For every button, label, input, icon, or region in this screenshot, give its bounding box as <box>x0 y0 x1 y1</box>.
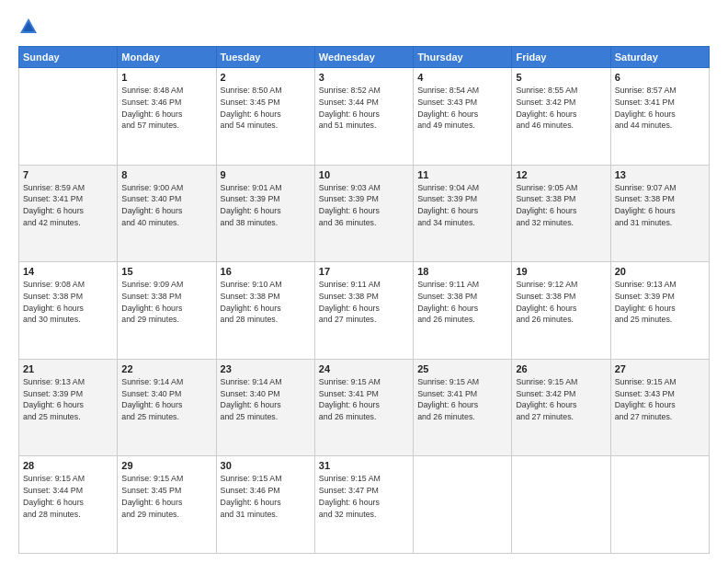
day-number: 18 <box>417 266 507 277</box>
calendar-cell: 13Sunrise: 9:07 AM Sunset: 3:38 PM Dayli… <box>610 165 709 262</box>
calendar-cell: 17Sunrise: 9:11 AM Sunset: 3:38 PM Dayli… <box>314 262 413 360</box>
day-info: Sunrise: 9:15 AM Sunset: 3:42 PM Dayligh… <box>516 376 606 423</box>
day-info: Sunrise: 8:54 AM Sunset: 3:43 PM Dayligh… <box>417 85 507 132</box>
day-number: 21 <box>23 363 113 374</box>
calendar-cell <box>512 456 610 554</box>
day-number: 19 <box>516 266 606 277</box>
calendar-header-friday: Friday <box>512 47 610 68</box>
day-number: 28 <box>23 460 113 471</box>
day-info: Sunrise: 9:15 AM Sunset: 3:43 PM Dayligh… <box>615 376 705 423</box>
day-info: Sunrise: 8:55 AM Sunset: 3:42 PM Dayligh… <box>516 85 606 132</box>
day-number: 2 <box>221 72 311 83</box>
calendar-cell: 2Sunrise: 8:50 AM Sunset: 3:45 PM Daylig… <box>216 68 314 166</box>
calendar-cell: 14Sunrise: 9:08 AM Sunset: 3:38 PM Dayli… <box>19 262 118 360</box>
day-info: Sunrise: 8:59 AM Sunset: 3:41 PM Dayligh… <box>23 182 113 229</box>
day-info: Sunrise: 9:12 AM Sunset: 3:38 PM Dayligh… <box>516 279 606 326</box>
day-number: 25 <box>417 363 507 374</box>
day-info: Sunrise: 9:13 AM Sunset: 3:39 PM Dayligh… <box>23 376 113 423</box>
calendar-cell: 10Sunrise: 9:03 AM Sunset: 3:39 PM Dayli… <box>314 165 413 262</box>
calendar-cell: 31Sunrise: 9:15 AM Sunset: 3:47 PM Dayli… <box>314 456 413 554</box>
calendar-header-thursday: Thursday <box>414 47 512 68</box>
calendar-cell: 11Sunrise: 9:04 AM Sunset: 3:39 PM Dayli… <box>414 165 512 262</box>
calendar-cell: 3Sunrise: 8:52 AM Sunset: 3:44 PM Daylig… <box>314 68 413 166</box>
calendar-cell: 4Sunrise: 8:54 AM Sunset: 3:43 PM Daylig… <box>414 68 512 166</box>
day-info: Sunrise: 9:14 AM Sunset: 3:40 PM Dayligh… <box>121 376 211 423</box>
calendar-cell: 1Sunrise: 8:48 AM Sunset: 3:46 PM Daylig… <box>118 68 216 166</box>
calendar-header-tuesday: Tuesday <box>216 47 314 68</box>
day-info: Sunrise: 9:11 AM Sunset: 3:38 PM Dayligh… <box>319 279 409 326</box>
logo-icon <box>18 17 39 37</box>
day-info: Sunrise: 8:48 AM Sunset: 3:46 PM Dayligh… <box>121 85 211 132</box>
day-info: Sunrise: 9:01 AM Sunset: 3:39 PM Dayligh… <box>221 182 311 229</box>
day-number: 6 <box>615 72 705 83</box>
calendar-cell: 29Sunrise: 9:15 AM Sunset: 3:45 PM Dayli… <box>118 456 216 554</box>
day-info: Sunrise: 9:13 AM Sunset: 3:39 PM Dayligh… <box>615 279 705 326</box>
calendar-week-row: 21Sunrise: 9:13 AM Sunset: 3:39 PM Dayli… <box>19 359 710 456</box>
day-number: 20 <box>615 266 705 277</box>
day-info: Sunrise: 9:03 AM Sunset: 3:39 PM Dayligh… <box>319 182 409 229</box>
calendar-cell <box>414 456 512 554</box>
calendar-header-wednesday: Wednesday <box>314 47 413 68</box>
calendar-table: SundayMondayTuesdayWednesdayThursdayFrid… <box>18 46 710 554</box>
day-number: 8 <box>121 169 211 180</box>
day-number: 17 <box>319 266 409 277</box>
calendar-cell: 8Sunrise: 9:00 AM Sunset: 3:40 PM Daylig… <box>118 165 216 262</box>
day-info: Sunrise: 9:15 AM Sunset: 3:44 PM Dayligh… <box>23 473 113 520</box>
day-info: Sunrise: 9:04 AM Sunset: 3:39 PM Dayligh… <box>417 182 507 229</box>
page: SundayMondayTuesdayWednesdayThursdayFrid… <box>0 0 728 563</box>
day-number: 13 <box>615 169 705 180</box>
day-number: 31 <box>319 460 409 471</box>
day-info: Sunrise: 9:10 AM Sunset: 3:38 PM Dayligh… <box>221 279 311 326</box>
calendar-cell <box>610 456 709 554</box>
day-info: Sunrise: 9:00 AM Sunset: 3:40 PM Dayligh… <box>121 182 211 229</box>
calendar-week-row: 1Sunrise: 8:48 AM Sunset: 3:46 PM Daylig… <box>19 68 710 166</box>
calendar-cell: 26Sunrise: 9:15 AM Sunset: 3:42 PM Dayli… <box>512 359 610 456</box>
day-info: Sunrise: 9:15 AM Sunset: 3:41 PM Dayligh… <box>319 376 409 423</box>
calendar-cell: 12Sunrise: 9:05 AM Sunset: 3:38 PM Dayli… <box>512 165 610 262</box>
day-number: 7 <box>23 169 113 180</box>
day-info: Sunrise: 8:52 AM Sunset: 3:44 PM Dayligh… <box>319 85 409 132</box>
day-number: 30 <box>221 460 311 471</box>
calendar-header-monday: Monday <box>118 47 216 68</box>
day-info: Sunrise: 8:50 AM Sunset: 3:45 PM Dayligh… <box>221 85 311 132</box>
calendar-cell: 18Sunrise: 9:11 AM Sunset: 3:38 PM Dayli… <box>414 262 512 360</box>
day-info: Sunrise: 9:15 AM Sunset: 3:46 PM Dayligh… <box>221 473 311 520</box>
calendar-cell: 15Sunrise: 9:09 AM Sunset: 3:38 PM Dayli… <box>118 262 216 360</box>
calendar-week-row: 14Sunrise: 9:08 AM Sunset: 3:38 PM Dayli… <box>19 262 710 360</box>
calendar-cell: 7Sunrise: 8:59 AM Sunset: 3:41 PM Daylig… <box>19 165 118 262</box>
calendar-cell: 23Sunrise: 9:14 AM Sunset: 3:40 PM Dayli… <box>216 359 314 456</box>
day-number: 16 <box>221 266 311 277</box>
calendar-header-row: SundayMondayTuesdayWednesdayThursdayFrid… <box>19 47 710 68</box>
day-number: 10 <box>319 169 409 180</box>
calendar-cell: 20Sunrise: 9:13 AM Sunset: 3:39 PM Dayli… <box>610 262 709 360</box>
calendar-cell: 5Sunrise: 8:55 AM Sunset: 3:42 PM Daylig… <box>512 68 610 166</box>
calendar-cell: 9Sunrise: 9:01 AM Sunset: 3:39 PM Daylig… <box>216 165 314 262</box>
day-info: Sunrise: 9:08 AM Sunset: 3:38 PM Dayligh… <box>23 279 113 326</box>
calendar-cell: 6Sunrise: 8:57 AM Sunset: 3:41 PM Daylig… <box>610 68 709 166</box>
calendar-cell: 24Sunrise: 9:15 AM Sunset: 3:41 PM Dayli… <box>314 359 413 456</box>
calendar-week-row: 7Sunrise: 8:59 AM Sunset: 3:41 PM Daylig… <box>19 165 710 262</box>
day-number: 5 <box>516 72 606 83</box>
calendar-week-row: 28Sunrise: 9:15 AM Sunset: 3:44 PM Dayli… <box>19 456 710 554</box>
day-number: 29 <box>121 460 211 471</box>
logo <box>18 17 41 37</box>
day-number: 15 <box>121 266 211 277</box>
day-number: 22 <box>121 363 211 374</box>
calendar-cell: 25Sunrise: 9:15 AM Sunset: 3:41 PM Dayli… <box>414 359 512 456</box>
header <box>18 17 710 37</box>
calendar-header-saturday: Saturday <box>610 47 709 68</box>
day-number: 27 <box>615 363 705 374</box>
day-number: 24 <box>319 363 409 374</box>
calendar-cell: 30Sunrise: 9:15 AM Sunset: 3:46 PM Dayli… <box>216 456 314 554</box>
day-info: Sunrise: 9:15 AM Sunset: 3:47 PM Dayligh… <box>319 473 409 520</box>
calendar-cell: 21Sunrise: 9:13 AM Sunset: 3:39 PM Dayli… <box>19 359 118 456</box>
day-number: 4 <box>417 72 507 83</box>
calendar-cell: 27Sunrise: 9:15 AM Sunset: 3:43 PM Dayli… <box>610 359 709 456</box>
calendar-cell <box>19 68 118 166</box>
day-number: 3 <box>319 72 409 83</box>
day-info: Sunrise: 9:15 AM Sunset: 3:45 PM Dayligh… <box>121 473 211 520</box>
day-number: 14 <box>23 266 113 277</box>
day-info: Sunrise: 9:05 AM Sunset: 3:38 PM Dayligh… <box>516 182 606 229</box>
calendar-cell: 22Sunrise: 9:14 AM Sunset: 3:40 PM Dayli… <box>118 359 216 456</box>
calendar-cell: 16Sunrise: 9:10 AM Sunset: 3:38 PM Dayli… <box>216 262 314 360</box>
